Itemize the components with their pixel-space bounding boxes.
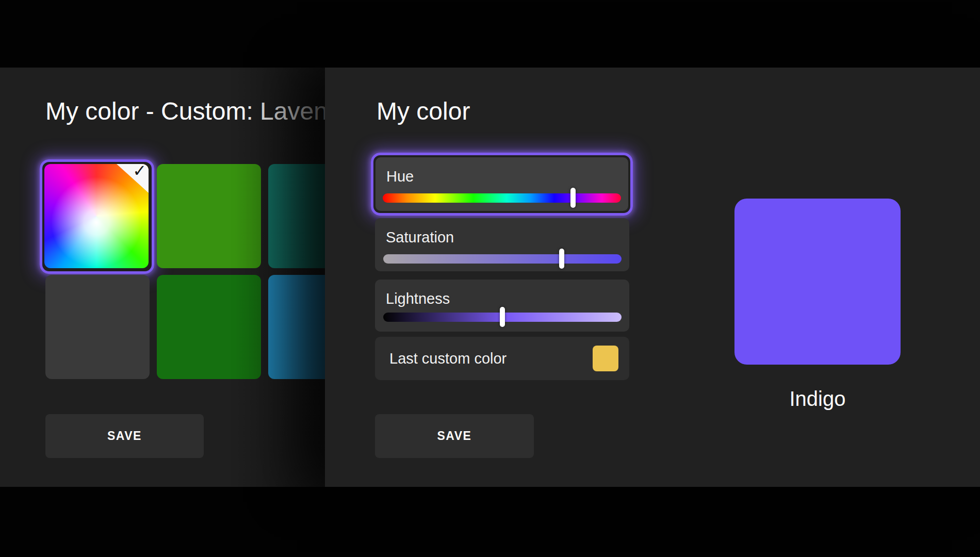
saturation-label: Saturation xyxy=(386,229,454,246)
selected-corner-fold: ✓ xyxy=(117,164,149,193)
swatch-custom-spectrum[interactable]: ✓ xyxy=(44,164,149,268)
saturation-slider-thumb[interactable] xyxy=(559,249,564,269)
color-preview-label: Indigo xyxy=(734,387,901,411)
swatch-dark-green[interactable] xyxy=(157,275,261,379)
left-panel-title: My color - Custom: Lavender xyxy=(45,97,325,125)
swatch-blue[interactable] xyxy=(268,275,325,379)
lightness-label: Lightness xyxy=(386,290,450,307)
hue-slider-thumb[interactable] xyxy=(570,188,576,208)
dialog-title: My color xyxy=(377,97,470,125)
lightness-slider[interactable]: Lightness xyxy=(375,280,629,332)
lightness-slider-thumb[interactable] xyxy=(500,307,505,327)
hue-slider[interactable]: Hue xyxy=(375,157,628,211)
hue-slider-focus-ring: Hue xyxy=(371,153,633,216)
screen: My color - Custom: Lavender ✓ SAVE My co… xyxy=(0,0,980,557)
my-color-panel: My color - Custom: Lavender ✓ SAVE xyxy=(0,68,325,487)
last-custom-color-label: Last custom color xyxy=(389,350,507,367)
swatch-gray[interactable] xyxy=(45,275,150,379)
swatch-green[interactable] xyxy=(157,164,261,268)
color-preview-swatch xyxy=(734,199,901,365)
saturation-slider-track[interactable] xyxy=(383,254,622,264)
last-custom-color-swatch xyxy=(593,346,618,371)
check-icon: ✓ xyxy=(133,164,146,181)
my-color-dialog: My color Hue Saturation Lightness xyxy=(325,68,980,487)
last-custom-color-row[interactable]: Last custom color xyxy=(375,337,629,380)
swatch-teal[interactable] xyxy=(268,164,325,268)
save-button[interactable]: SAVE xyxy=(45,414,204,458)
lightness-slider-track[interactable] xyxy=(383,313,622,322)
save-button[interactable]: SAVE xyxy=(375,414,534,458)
saturation-slider[interactable]: Saturation xyxy=(375,218,629,271)
hue-label: Hue xyxy=(386,168,414,185)
hue-slider-track[interactable] xyxy=(383,193,621,203)
selected-swatch-focus-ring: ✓ xyxy=(40,159,154,274)
